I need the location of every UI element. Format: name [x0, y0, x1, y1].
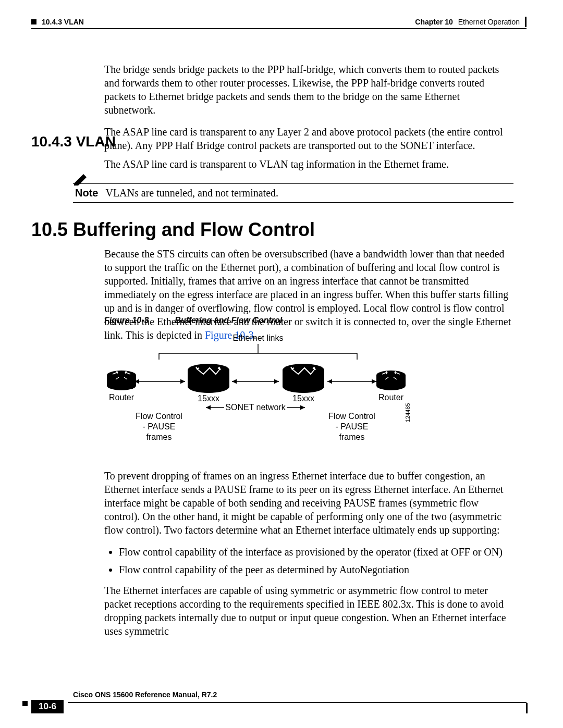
header-chapter-title: Ethernet Operation [458, 18, 520, 26]
header-rule [31, 28, 527, 29]
switch-right-icon [283, 364, 324, 393]
ethernet-links-label: Ethernet links [233, 334, 284, 342]
router-left-icon [107, 371, 136, 390]
figure-caption: Figure 10-3 Buffering and Flow Control [104, 316, 282, 325]
intro-p1: The bridge sends bridge packets to the P… [104, 63, 513, 117]
switch-left-label: 15xxx [198, 394, 219, 403]
figure-title: Buffering and Flow Control [175, 316, 282, 325]
svg-point-17 [283, 380, 324, 393]
header-section: 10.4.3 VLAN [42, 18, 84, 26]
diagram-svg: Ethernet links Router [104, 334, 412, 453]
section-buffering-heading: 10.5 Buffering and Flow Control [31, 219, 315, 241]
buffering-p1a: Because the STS circuits can often be ov… [104, 248, 511, 341]
switch-left-icon [188, 364, 229, 393]
figure-number: Figure 10-3 [104, 316, 149, 325]
footer-rule [68, 702, 527, 703]
page-number-badge: 10-6 [31, 700, 64, 713]
footer-square-icon [22, 701, 28, 706]
buffering-p1: Because the STS circuits can often be ov… [104, 247, 513, 342]
flow-right-1: Flow Control [328, 412, 375, 421]
header-tick-icon [525, 17, 527, 27]
header-square-icon [31, 19, 36, 24]
post-figure-body: To prevent dropping of frames on an ingr… [104, 469, 513, 646]
svg-point-11 [107, 381, 136, 390]
router-right-icon [376, 371, 406, 390]
vlan-p1: The ASAP line card is transparent to VLA… [104, 157, 513, 171]
bullet-1: Flow control capability of the interface… [119, 545, 513, 559]
post-p2: The Ethernet interfaces are capable of u… [104, 584, 513, 638]
router-left-label: Router [109, 393, 134, 402]
svg-point-14 [188, 380, 229, 393]
sonet-label: SONET network [225, 403, 286, 412]
section-vlan-heading: 10.4.3 VLAN [31, 133, 116, 150]
document-page: 10.4.3 VLAN Chapter 10 Ethernet Operatio… [0, 0, 563, 728]
header-right: Chapter 10 Ethernet Operation [415, 17, 527, 27]
running-header: 10.4.3 VLAN Chapter 10 Ethernet Operatio… [31, 17, 527, 27]
flow-left-1: Flow Control [136, 412, 182, 421]
note-block: Note VLANs are tunneled, and not termina… [73, 183, 513, 203]
note-text: VLANs are tunneled, and not terminated. [105, 187, 278, 199]
footer-tick-icon [526, 703, 528, 713]
intro-body: The bridge sends bridge packets to the P… [104, 63, 513, 161]
post-p1: To prevent dropping of frames on an ingr… [104, 469, 513, 537]
footer-manual: Cisco ONS 15600 Reference Manual, R7.2 [73, 690, 217, 699]
flow-left-2: - PAUSE [143, 422, 176, 431]
router-right-label: Router [378, 393, 404, 402]
flow-right-3: frames [339, 433, 365, 441]
switch-right-label: 15xxx [292, 394, 314, 403]
bullet-list: Flow control capability of the interface… [104, 545, 513, 576]
figure-id: 124485 [405, 403, 411, 422]
note-label: Note [75, 187, 98, 199]
bullet-2: Flow control capability of the peer as d… [119, 563, 513, 576]
svg-point-20 [376, 381, 406, 390]
header-chapter: Chapter 10 [415, 18, 452, 26]
header-left: 10.4.3 VLAN [31, 18, 84, 26]
intro-p2: The ASAP line card is transparent to any… [104, 125, 513, 152]
vlan-body: The ASAP line card is transparent to VLA… [104, 157, 513, 179]
flow-right-2: - PAUSE [336, 422, 369, 431]
flow-left-3: frames [146, 433, 172, 441]
network-diagram: Ethernet links Router [104, 334, 412, 453]
